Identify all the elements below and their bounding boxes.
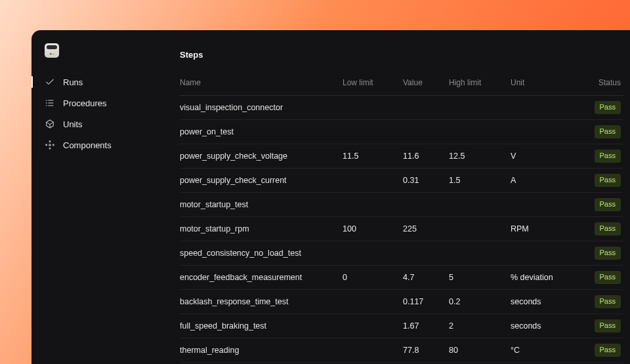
cell-unit: RPM [511, 217, 584, 241]
cell-low-limit: 11.5 [343, 144, 403, 169]
col-header-value[interactable]: Value [403, 73, 449, 96]
sidebar-item-label: Procedures [63, 98, 106, 108]
cell-status: Pass [584, 193, 623, 217]
cell-unit: A [511, 169, 584, 193]
svg-point-14 [52, 144, 54, 146]
cell-name[interactable]: power_on_test [180, 120, 343, 144]
sidebar-item-label: Components [63, 140, 112, 150]
section-title: Steps [180, 50, 630, 60]
check-icon [45, 77, 55, 87]
cell-name[interactable]: motor_startup_rpm [180, 217, 343, 241]
cell-unit: seconds [511, 290, 584, 314]
cell-name[interactable]: full_speed_braking_test [180, 314, 343, 338]
cell-unit [511, 193, 584, 217]
cell-unit [511, 241, 584, 266]
cell-name[interactable]: power_supply_check_voltage [180, 144, 343, 169]
steps-table: Name Low limit Value High limit Unit Sta… [180, 73, 630, 364]
col-header-name[interactable]: Name [180, 73, 343, 96]
svg-point-11 [49, 141, 51, 142]
status-badge: Pass [595, 271, 621, 283]
svg-point-10 [49, 144, 51, 146]
cell-high-limit [449, 241, 511, 266]
cell-low-limit [343, 241, 403, 266]
sidebar-item-label: Units [63, 119, 83, 129]
col-header-low-limit[interactable]: Low limit [343, 73, 403, 96]
cell-value: 77.8 [403, 338, 449, 363]
cell-name[interactable]: backlash_response_time_test [180, 290, 343, 314]
cell-value: 4.7 [403, 266, 449, 290]
cell-unit: V [511, 144, 584, 169]
cell-low-limit: 100 [343, 217, 403, 241]
status-badge: Pass [595, 319, 621, 332]
col-header-high-limit[interactable]: High limit [449, 73, 511, 96]
col-header-status[interactable]: Status [584, 73, 623, 96]
status-badge: Pass [595, 344, 621, 356]
status-badge: Pass [595, 295, 621, 308]
cell-name[interactable]: speed_consistency_no_load_test [180, 241, 343, 266]
status-badge: Pass [595, 174, 621, 186]
main-content: Steps Name Low limit Value High limit Un… [159, 30, 630, 364]
cell-low-limit [343, 338, 403, 363]
cell-high-limit [449, 193, 511, 217]
cell-status: Pass [584, 96, 623, 120]
svg-point-13 [46, 144, 47, 146]
cell-low-limit [343, 193, 403, 217]
cell-high-limit [449, 120, 511, 144]
status-badge: Pass [595, 150, 621, 162]
cell-unit [511, 96, 584, 120]
cell-high-limit: 5 [449, 266, 511, 290]
cell-name[interactable]: thermal_reading [180, 338, 343, 363]
sidebar: Runs Procedures Units Components [32, 30, 159, 364]
svg-point-12 [49, 148, 51, 149]
cell-status: Pass [584, 217, 623, 241]
sidebar-item-procedures[interactable]: Procedures [32, 93, 159, 113]
cell-value [403, 120, 449, 144]
cell-name[interactable]: motor_startup_test [180, 193, 343, 217]
cell-name[interactable]: encoder_feedback_measurement [180, 266, 343, 290]
cell-value: 0.31 [403, 169, 449, 193]
status-badge: Pass [595, 247, 621, 259]
cell-name[interactable]: visual_inspection_connector [180, 96, 343, 120]
app-window: Runs Procedures Units Components [32, 30, 630, 364]
status-badge: Pass [595, 198, 621, 211]
sidebar-item-units[interactable]: Units [32, 114, 159, 134]
cell-low-limit [343, 314, 403, 338]
cell-status: Pass [584, 314, 623, 338]
cell-high-limit [449, 96, 511, 120]
app-logo-icon [45, 43, 59, 58]
status-badge: Pass [595, 101, 621, 113]
cell-value: 11.6 [403, 144, 449, 169]
cell-low-limit [343, 96, 403, 120]
svg-point-5 [46, 106, 47, 106]
cell-unit: % deviation [511, 266, 584, 290]
cell-low-limit [343, 290, 403, 314]
cell-status: Pass [584, 338, 623, 363]
cell-unit [511, 120, 584, 144]
cell-high-limit [449, 217, 511, 241]
cell-status: Pass [584, 169, 623, 193]
svg-line-7 [47, 122, 50, 124]
cell-value: 225 [403, 217, 449, 241]
sidebar-item-runs[interactable]: Runs [32, 72, 159, 92]
cell-low-limit: 0 [343, 266, 403, 290]
cell-low-limit [343, 120, 403, 144]
col-header-unit[interactable]: Unit [511, 73, 584, 96]
cell-status: Pass [584, 120, 623, 144]
cell-high-limit: 2 [449, 314, 511, 338]
cell-value: 0.117 [403, 290, 449, 314]
cell-status: Pass [584, 290, 623, 314]
svg-point-4 [46, 103, 47, 104]
sidebar-nav: Runs Procedures Units Components [32, 72, 159, 155]
components-icon [45, 140, 55, 150]
list-icon [45, 98, 55, 108]
status-badge: Pass [595, 125, 621, 138]
svg-line-8 [50, 122, 53, 124]
svg-point-3 [46, 100, 47, 101]
cell-value [403, 241, 449, 266]
cell-value: 1.67 [403, 314, 449, 338]
cell-high-limit: 12.5 [449, 144, 511, 169]
cell-unit: °C [511, 338, 584, 363]
cell-low-limit [343, 169, 403, 193]
cell-name[interactable]: power_supply_check_current [180, 169, 343, 193]
sidebar-item-components[interactable]: Components [32, 135, 159, 155]
